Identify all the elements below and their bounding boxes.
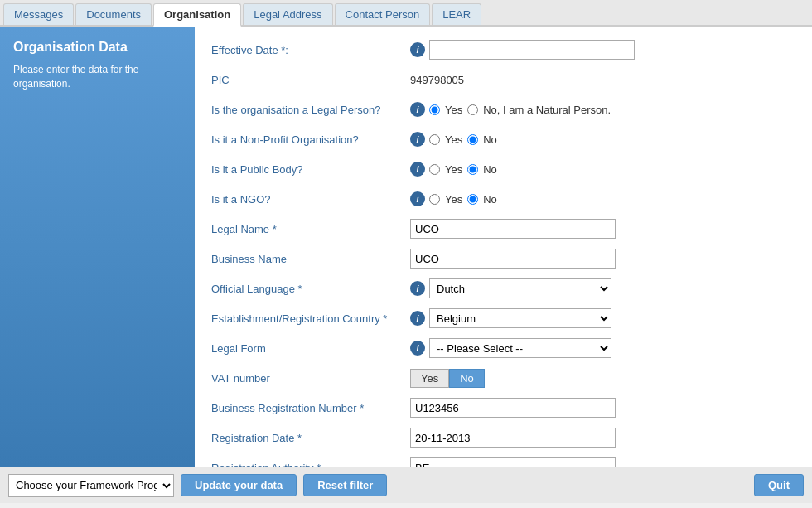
nonprofit-radios: Yes No bbox=[429, 133, 497, 146]
sidebar-description: Please enter the data for the organisati… bbox=[13, 63, 181, 91]
pic-value-area: 949798005 bbox=[410, 74, 795, 86]
establishment-country-row: Establishment/Registration Country * i B… bbox=[211, 307, 795, 330]
legal-person-info-icon[interactable]: i bbox=[410, 102, 425, 117]
vat-yes-button[interactable]: Yes bbox=[410, 369, 449, 388]
legal-person-radios: Yes No, I am a Natural Person. bbox=[429, 104, 611, 116]
establishment-country-control: i Belgium bbox=[410, 308, 795, 328]
reg-authority-control bbox=[410, 457, 795, 467]
reg-date-row: Registration Date * bbox=[211, 426, 795, 449]
nonprofit-yes-label: Yes bbox=[445, 133, 462, 146]
effective-date-control: i bbox=[410, 40, 795, 60]
public-body-yes-label: Yes bbox=[445, 163, 462, 176]
public-body-control: i Yes No bbox=[410, 162, 795, 177]
ngo-no-radio[interactable] bbox=[467, 194, 478, 205]
update-data-button[interactable]: Update your data bbox=[181, 474, 297, 496]
public-body-no-radio[interactable] bbox=[467, 164, 478, 175]
quit-button[interactable]: Quit bbox=[754, 474, 804, 496]
nonprofit-label: Is it a Non-Profit Organisation? bbox=[211, 133, 410, 146]
ngo-yes-label: Yes bbox=[445, 193, 462, 206]
reg-authority-input[interactable] bbox=[410, 457, 616, 467]
business-name-row: Business Name bbox=[211, 247, 795, 270]
ngo-radios: Yes No bbox=[429, 193, 497, 206]
legal-person-no-radio[interactable] bbox=[467, 104, 478, 115]
establishment-country-select[interactable]: Belgium bbox=[429, 308, 611, 328]
business-name-control bbox=[410, 249, 795, 269]
effective-date-info-icon[interactable]: i bbox=[410, 42, 425, 57]
ngo-no-label: No bbox=[483, 193, 497, 206]
nonprofit-info-icon[interactable]: i bbox=[410, 132, 425, 147]
reg-date-label: Registration Date * bbox=[211, 432, 410, 444]
legal-person-no-label: No, I am a Natural Person. bbox=[483, 104, 611, 116]
reg-authority-row: Registration Authority * bbox=[211, 456, 795, 467]
tab-contact-person[interactable]: Contact Person bbox=[335, 3, 431, 25]
vat-control: Yes No bbox=[410, 369, 795, 388]
tab-lear[interactable]: LEAR bbox=[432, 3, 481, 25]
framework-program-select[interactable]: Choose your Framework Progran bbox=[8, 474, 174, 497]
form-area: Effective Date *: i PIC 949798005 Is the… bbox=[195, 27, 812, 467]
nonprofit-row: Is it a Non-Profit Organisation? i Yes N… bbox=[211, 128, 795, 151]
tab-organisation[interactable]: Organisation bbox=[153, 3, 241, 27]
reg-authority-label: Registration Authority * bbox=[211, 462, 410, 467]
nonprofit-control: i Yes No bbox=[410, 132, 795, 147]
vat-yn-group: Yes No bbox=[410, 369, 485, 388]
establishment-country-label: Establishment/Registration Country * bbox=[211, 312, 410, 325]
ngo-yes-radio[interactable] bbox=[429, 194, 440, 205]
public-body-no-label: No bbox=[483, 163, 497, 176]
public-body-radios: Yes No bbox=[429, 163, 497, 176]
legal-person-yes-radio[interactable] bbox=[429, 104, 440, 115]
sidebar-title: Organisation Data bbox=[13, 40, 181, 55]
legal-person-row: Is the organisation a Legal Person? i Ye… bbox=[211, 98, 795, 121]
pic-row: PIC 949798005 bbox=[211, 68, 795, 91]
pic-label: PIC bbox=[211, 74, 410, 86]
business-reg-label: Business Registration Number * bbox=[211, 402, 410, 414]
legal-form-row: Legal Form i -- Please Select -- bbox=[211, 336, 795, 360]
public-body-row: Is it a Public Body? i Yes No bbox=[211, 157, 795, 181]
public-body-yes-radio[interactable] bbox=[429, 164, 440, 175]
official-language-control: i Dutch bbox=[410, 278, 795, 298]
vat-label: VAT number bbox=[211, 372, 410, 385]
legal-form-control: i -- Please Select -- bbox=[410, 338, 795, 358]
official-language-info-icon[interactable]: i bbox=[410, 281, 425, 296]
bottom-bar: Choose your Framework Progran Update you… bbox=[0, 467, 812, 503]
ngo-row: Is it a NGO? i Yes No bbox=[211, 187, 795, 210]
effective-date-row: Effective Date *: i bbox=[211, 38, 795, 61]
reset-filter-button[interactable]: Reset filter bbox=[303, 474, 387, 496]
business-reg-row: Business Registration Number * bbox=[211, 396, 795, 419]
pic-value: 949798005 bbox=[410, 74, 464, 86]
tab-documents[interactable]: Documents bbox=[75, 3, 152, 25]
sidebar: Organisation Data Please enter the data … bbox=[0, 27, 195, 467]
nonprofit-no-radio[interactable] bbox=[467, 134, 478, 145]
business-reg-input[interactable] bbox=[410, 398, 616, 418]
effective-date-input[interactable] bbox=[429, 40, 635, 60]
effective-date-label: Effective Date *: bbox=[211, 44, 410, 56]
nonprofit-yes-radio[interactable] bbox=[429, 134, 440, 145]
public-body-info-icon[interactable]: i bbox=[410, 162, 425, 177]
vat-no-button[interactable]: No bbox=[449, 369, 485, 388]
official-language-select[interactable]: Dutch bbox=[429, 278, 611, 298]
official-language-label: Official Language * bbox=[211, 283, 410, 295]
ngo-info-icon[interactable]: i bbox=[410, 191, 425, 206]
business-name-input[interactable] bbox=[410, 249, 616, 269]
business-name-label: Business Name bbox=[211, 253, 410, 265]
legal-form-select[interactable]: -- Please Select -- bbox=[429, 338, 611, 358]
legal-name-input[interactable] bbox=[410, 219, 616, 239]
nonprofit-no-label: No bbox=[483, 133, 497, 146]
establishment-country-info-icon[interactable]: i bbox=[410, 311, 425, 326]
legal-name-label: Legal Name * bbox=[211, 223, 410, 235]
reg-date-input[interactable] bbox=[410, 428, 616, 448]
legal-person-control: i Yes No, I am a Natural Person. bbox=[410, 102, 795, 117]
tab-messages[interactable]: Messages bbox=[3, 3, 74, 25]
ngo-label: Is it a NGO? bbox=[211, 193, 410, 206]
legal-form-label: Legal Form bbox=[211, 342, 410, 355]
legal-person-label: Is the organisation a Legal Person? bbox=[211, 104, 410, 116]
main-content: Organisation Data Please enter the data … bbox=[0, 27, 812, 467]
legal-form-info-icon[interactable]: i bbox=[410, 341, 425, 356]
tab-bar: Messages Documents Organisation Legal Ad… bbox=[0, 0, 812, 27]
tab-legal-address[interactable]: Legal Address bbox=[243, 3, 332, 25]
official-language-row: Official Language * i Dutch bbox=[211, 277, 795, 300]
reg-date-control bbox=[410, 428, 795, 448]
business-reg-control bbox=[410, 398, 795, 418]
legal-person-yes-label: Yes bbox=[445, 104, 462, 116]
public-body-label: Is it a Public Body? bbox=[211, 163, 410, 176]
legal-name-row: Legal Name * bbox=[211, 217, 795, 240]
